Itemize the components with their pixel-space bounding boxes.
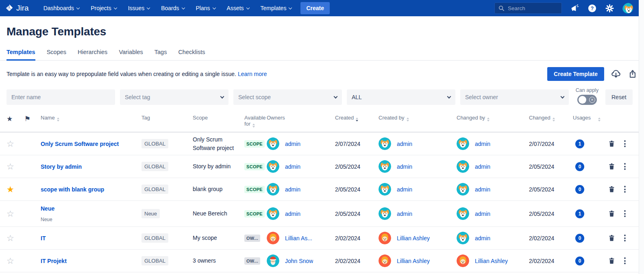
star-toggle[interactable]: ☆ xyxy=(7,256,14,265)
announcements-icon[interactable] xyxy=(570,4,579,13)
flag-column-header-flag-icon[interactable]: ⚑ xyxy=(24,115,41,123)
nav-item-plans[interactable]: Plans xyxy=(192,2,220,14)
created-by-link[interactable]: admin xyxy=(397,163,412,170)
created-by-link[interactable]: admin xyxy=(397,211,412,217)
changed-by-link[interactable]: admin xyxy=(475,211,490,217)
jira-logo[interactable]: Jira xyxy=(5,4,29,13)
created-by-link[interactable]: admin xyxy=(397,141,412,147)
help-icon[interactable]: ? xyxy=(587,4,597,13)
settings-gear-icon[interactable] xyxy=(605,4,614,13)
tab-scopes[interactable]: Scopes xyxy=(47,46,66,61)
search-box[interactable] xyxy=(494,2,562,14)
user-avatar[interactable] xyxy=(622,3,633,13)
template-name-link[interactable]: Neue xyxy=(41,205,54,212)
header-changed-by[interactable]: Changed by xyxy=(457,115,529,122)
template-name-link[interactable]: Only Scrum Software project xyxy=(41,141,119,147)
create-button[interactable]: Create xyxy=(300,2,330,14)
changed-date-cell: 2/05/2024 xyxy=(529,186,573,193)
favorite-column-header-star-icon[interactable]: ★ xyxy=(7,115,24,123)
star-toggle[interactable]: ☆ xyxy=(7,162,14,171)
header-usages[interactable]: Usages xyxy=(573,115,608,122)
header-owners[interactable]: Owners xyxy=(267,115,335,121)
tab-checklists[interactable]: Checklists xyxy=(178,46,205,61)
created-by-link[interactable]: Lillian Ashley xyxy=(397,235,430,241)
template-name-link[interactable]: scope with blank group xyxy=(41,186,104,193)
created-date-cell: 2/02/2024 xyxy=(335,235,379,241)
created-by-link[interactable]: Lillian Ashley xyxy=(397,258,430,264)
owner-link[interactable]: John Snow xyxy=(285,258,313,264)
page-scrollbar[interactable] xyxy=(639,0,644,274)
owner-filter-select[interactable]: Select owner xyxy=(460,89,569,105)
description-row: Template is an easy way to prepopulate f… xyxy=(7,67,637,81)
header-created-by[interactable]: Created by xyxy=(379,115,457,122)
header-changed[interactable]: Changed xyxy=(529,115,573,122)
nav-item-boards[interactable]: Boards xyxy=(157,2,188,14)
more-options-kebab-icon[interactable] xyxy=(623,185,627,194)
more-options-kebab-icon[interactable] xyxy=(623,139,627,148)
nav-item-templates[interactable]: Templates xyxy=(257,2,296,14)
more-options-kebab-icon[interactable] xyxy=(623,162,627,171)
changed-by-link[interactable]: admin xyxy=(475,163,490,170)
changed-by-link[interactable]: admin xyxy=(475,186,490,193)
sort-icon xyxy=(57,117,59,122)
can-apply-toggle[interactable]: × xyxy=(577,95,597,105)
type-filter-select[interactable]: ALL xyxy=(347,89,455,105)
owner-link[interactable]: admin xyxy=(285,186,300,193)
more-options-kebab-icon[interactable] xyxy=(623,234,627,242)
import-download-icon[interactable] xyxy=(611,69,621,79)
delete-trash-icon[interactable] xyxy=(608,140,616,148)
star-toggle[interactable]: ★ xyxy=(7,185,14,194)
more-options-kebab-icon[interactable] xyxy=(623,209,627,218)
template-name-link[interactable]: IT Projekt xyxy=(41,258,67,264)
scope-filter-select[interactable]: Select scope xyxy=(233,89,342,105)
changed-by-link[interactable]: admin xyxy=(475,141,490,147)
create-template-button[interactable]: Create Template xyxy=(547,67,604,81)
nav-item-label: Dashboards xyxy=(44,5,74,11)
header-created[interactable]: Created xyxy=(335,115,379,122)
owners-cell: admin xyxy=(267,207,335,220)
tag-cell: GLOBAL xyxy=(141,185,193,194)
tab-templates[interactable]: Templates xyxy=(7,46,35,61)
name-filter-input[interactable] xyxy=(11,94,110,100)
favorite-cell: ★ xyxy=(7,185,24,194)
learn-more-link[interactable]: Learn more xyxy=(238,71,267,77)
created-by-avatar xyxy=(379,254,391,267)
owner-link[interactable]: admin xyxy=(285,163,300,170)
created-by-link[interactable]: admin xyxy=(397,186,412,193)
owner-avatar xyxy=(267,232,279,244)
delete-trash-icon[interactable] xyxy=(608,257,616,265)
tab-hierarchies[interactable]: Hierarchies xyxy=(78,46,107,61)
delete-trash-icon[interactable] xyxy=(608,234,616,242)
nav-item-dashboards[interactable]: Dashboards xyxy=(39,2,84,14)
tab-tags[interactable]: Tags xyxy=(154,46,167,61)
tag-filter-select[interactable]: Select tag xyxy=(120,89,228,105)
nav-item-assets[interactable]: Assets xyxy=(223,2,253,14)
star-toggle[interactable]: ☆ xyxy=(7,233,14,243)
export-share-icon[interactable] xyxy=(628,69,637,79)
template-name-link[interactable]: Story by admin xyxy=(41,163,82,170)
changed-by-link[interactable]: admin xyxy=(475,235,490,241)
changed-by-link[interactable]: Lillian Ashley xyxy=(475,258,508,264)
more-options-kebab-icon[interactable] xyxy=(623,257,627,265)
tag-badge: GLOBAL xyxy=(141,162,168,171)
star-toggle[interactable]: ☆ xyxy=(7,139,14,148)
row-actions xyxy=(608,234,639,242)
delete-trash-icon[interactable] xyxy=(608,210,616,217)
header-tag[interactable]: Tag xyxy=(141,115,193,121)
reset-button[interactable]: Reset xyxy=(605,89,633,105)
nav-item-projects[interactable]: Projects xyxy=(87,2,121,14)
usages-cell: 0 xyxy=(573,257,608,265)
tab-variables[interactable]: Variables xyxy=(119,46,143,61)
delete-trash-icon[interactable] xyxy=(608,185,616,193)
star-toggle[interactable]: ☆ xyxy=(7,209,14,218)
search-input[interactable] xyxy=(508,5,557,11)
owner-link[interactable]: Lillian As... xyxy=(285,235,312,241)
header-name[interactable]: Name xyxy=(41,115,141,122)
delete-trash-icon[interactable] xyxy=(608,163,616,170)
header-available-for[interactable]: Available for xyxy=(244,115,267,128)
template-name-link[interactable]: IT xyxy=(41,235,46,241)
header-scope[interactable]: Scope xyxy=(193,115,244,121)
nav-item-issues[interactable]: Issues xyxy=(124,2,154,14)
owner-link[interactable]: admin xyxy=(285,141,300,147)
owner-link[interactable]: admin xyxy=(285,211,300,217)
